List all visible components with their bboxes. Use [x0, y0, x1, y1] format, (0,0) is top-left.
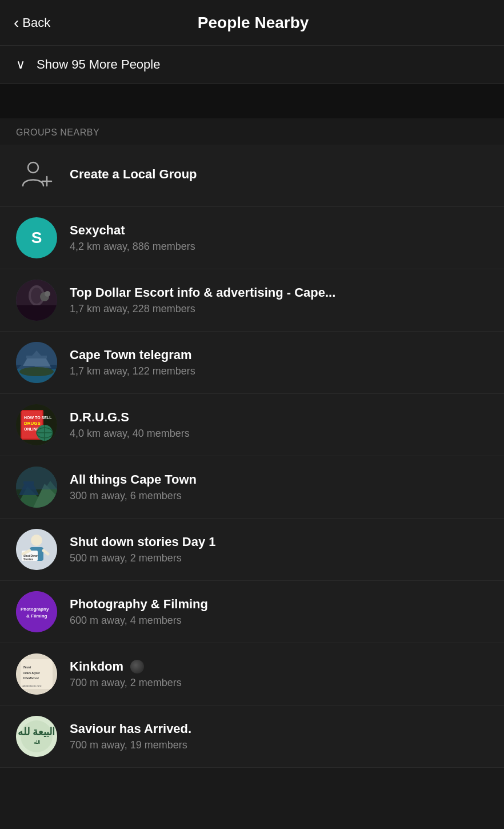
photography-name: Photography & Filming — [70, 597, 488, 612]
avatar-topdollar — [16, 280, 57, 321]
svg-text:comes before: comes before — [23, 671, 40, 675]
svg-rect-41 — [16, 591, 57, 632]
avatar-saviour: البيعة لله الله — [16, 716, 57, 757]
svg-text:Stories: Stories — [23, 557, 33, 561]
create-group-svg — [18, 157, 55, 194]
kinkdom-meta: 700 m away, 2 members — [70, 677, 488, 689]
svg-rect-30 — [16, 467, 57, 489]
list-item-create[interactable]: Create a Local Group — [0, 145, 504, 207]
list-item-topdollar[interactable]: Top Dollar Escort info & advertising - C… — [0, 269, 504, 332]
topdollar-info: Top Dollar Escort info & advertising - C… — [70, 285, 488, 315]
shutdown-meta: 500 m away, 2 members — [70, 552, 488, 564]
svg-text:& Filming: & Filming — [26, 613, 47, 619]
saviour-info: Saviour has Arrived. 700 m away, 19 memb… — [70, 722, 488, 751]
avatar-letter-sexychat: S — [31, 229, 42, 247]
svg-text:Trust: Trust — [23, 665, 31, 669]
avatar-allthings-svg — [16, 467, 57, 508]
avatar-capetowntelegram-svg — [16, 342, 57, 383]
avatar-drugs: HOW TO SELL DRUGS ONLINE — [16, 404, 57, 445]
capetowntelegram-name: Cape Town telegram — [70, 348, 488, 362]
show-more-label: Show 95 More People — [37, 57, 160, 72]
sexychat-meta: 4,2 km away, 886 members — [70, 241, 488, 253]
svg-marker-13 — [23, 358, 50, 366]
avatar-drugs-svg: HOW TO SELL DRUGS ONLINE — [16, 404, 57, 445]
saviour-meta: 700 m away, 19 members — [70, 739, 488, 751]
photography-meta: 600 m away, 4 members — [70, 615, 488, 627]
list-item-sexychat[interactable]: S Sexychat 4,2 km away, 886 members — [0, 207, 504, 269]
saviour-name: Saviour has Arrived. — [70, 722, 488, 736]
list-item-saviour[interactable]: البيعة لله الله Saviour has Arrived. 700… — [0, 706, 504, 768]
photography-info: Photography & Filming 600 m away, 4 memb… — [70, 597, 488, 627]
moon-icon — [130, 660, 144, 673]
avatar-photography-svg: Photography & Filming — [16, 591, 57, 632]
avatar-kinkdom: Trust comes before Obedience submission … — [16, 653, 57, 695]
allthings-name: All things Cape Town — [70, 472, 488, 487]
topdollar-meta: 1,7 km away, 228 members — [70, 303, 488, 315]
svg-point-16 — [19, 367, 54, 376]
kinkdom-info: Kinkdom 700 m away, 2 members — [70, 659, 488, 689]
avatar-sexychat: S — [16, 217, 57, 258]
kinkdom-name: Kinkdom — [70, 659, 488, 674]
create-group-icon — [16, 155, 57, 196]
drugs-info: D.R.U.G.S 4,0 km away, 40 members — [70, 410, 488, 440]
svg-text:submission is earn: submission is earn — [21, 684, 42, 687]
svg-point-0 — [28, 162, 38, 173]
svg-rect-14 — [26, 356, 47, 358]
svg-text:HOW TO SELL: HOW TO SELL — [24, 416, 52, 420]
svg-point-34 — [31, 535, 42, 546]
create-group-name: Create a Local Group — [70, 167, 488, 182]
svg-text:Photography: Photography — [21, 607, 49, 612]
back-button[interactable]: ‹ Back — [14, 15, 50, 31]
avatar-saviour-svg: البيعة لله الله — [16, 716, 57, 757]
capetowntelegram-info: Cape Town telegram 1,7 km away, 122 memb… — [70, 348, 488, 377]
capetowntelegram-meta: 1,7 km away, 122 members — [70, 365, 488, 377]
groups-list: Create a Local Group S Sexychat 4,2 km a… — [0, 145, 504, 768]
svg-point-8 — [45, 291, 50, 297]
groups-section-label: GROUPS NEARBY — [16, 127, 99, 137]
list-item-kinkdom[interactable]: Trust comes before Obedience submission … — [0, 643, 504, 706]
avatar-photography: Photography & Filming — [16, 591, 57, 632]
create-group-info: Create a Local Group — [70, 167, 488, 185]
avatar-shutdown-svg: Shut Down Stories — [16, 529, 57, 570]
header: ‹ Back People Nearby — [0, 0, 504, 46]
svg-rect-6 — [16, 305, 57, 321]
back-label: Back — [22, 15, 50, 30]
sexychat-info: Sexychat 4,2 km away, 886 members — [70, 223, 488, 253]
list-item-allthings[interactable]: All things Cape Town 300 m away, 6 membe… — [0, 456, 504, 519]
drugs-meta: 4,0 km away, 40 members — [70, 428, 488, 440]
groups-section-header: GROUPS NEARBY — [0, 118, 504, 145]
shutdown-info: Shut down stories Day 1 500 m away, 2 me… — [70, 535, 488, 564]
avatar-allthings — [16, 467, 57, 508]
dark-separator — [0, 84, 504, 118]
chevron-down-icon: ∨ — [16, 57, 25, 72]
list-item-photography[interactable]: Photography & Filming Photography & Film… — [0, 581, 504, 643]
svg-text:الله: الله — [34, 740, 40, 745]
svg-rect-32 — [23, 481, 34, 484]
back-chevron-icon: ‹ — [14, 15, 19, 31]
page-title: People Nearby — [50, 14, 456, 32]
shutdown-name: Shut down stories Day 1 — [70, 535, 488, 549]
drugs-name: D.R.U.G.S — [70, 410, 488, 425]
show-more-banner[interactable]: ∨ Show 95 More People — [0, 46, 504, 84]
avatar-topdollar-svg — [16, 280, 57, 321]
list-item-shutdown[interactable]: Shut Down Stories Shut down stories Day … — [0, 519, 504, 581]
avatar-kinkdom-svg: Trust comes before Obedience submission … — [16, 653, 57, 695]
svg-text:Obedience: Obedience — [23, 676, 39, 680]
sexychat-name: Sexychat — [70, 223, 488, 238]
svg-text:DRUGS: DRUGS — [24, 421, 41, 426]
avatar-shutdown: Shut Down Stories — [16, 529, 57, 570]
allthings-info: All things Cape Town 300 m away, 6 membe… — [70, 472, 488, 502]
topdollar-name: Top Dollar Escort info & advertising - C… — [70, 285, 488, 300]
list-item-capetowntelegram[interactable]: Cape Town telegram 1,7 km away, 122 memb… — [0, 332, 504, 394]
svg-text:البيعة لله: البيعة لله — [18, 726, 55, 738]
avatar-capetowntelegram — [16, 342, 57, 383]
allthings-meta: 300 m away, 6 members — [70, 490, 488, 502]
list-item-drugs[interactable]: HOW TO SELL DRUGS ONLINE D.R.U.G.S 4,0 k… — [0, 394, 504, 456]
